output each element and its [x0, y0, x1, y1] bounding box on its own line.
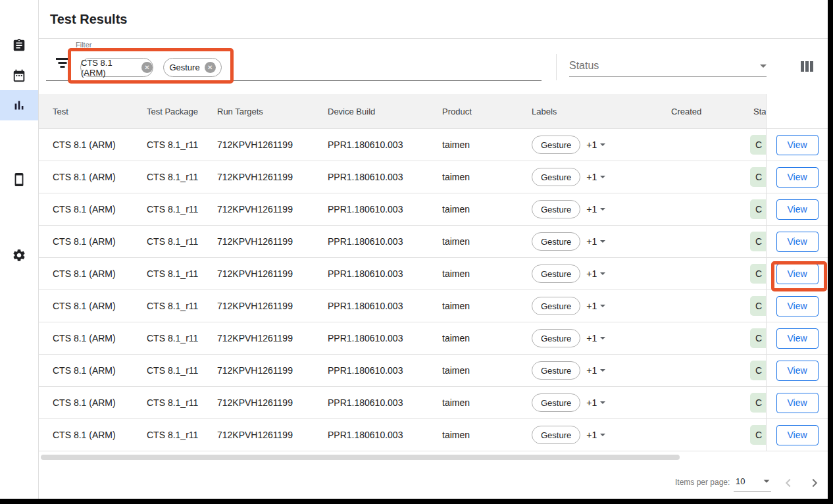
- filter-chip-gesture[interactable]: Gesture ✕: [163, 58, 222, 77]
- table-row: CTS 8.1 (ARM) CTS 8.1_r11 712KPVH1261199…: [39, 387, 828, 419]
- cell-test-package: CTS 8.1_r11: [147, 290, 217, 322]
- filter-input-underline[interactable]: [46, 80, 542, 81]
- more-labels-count: +1: [586, 333, 597, 343]
- cell-run-targets: 712KPVH1261199: [217, 355, 328, 386]
- more-labels-count: +1: [586, 268, 597, 279]
- cell-actions: View: [767, 129, 828, 161]
- cell-created: [671, 322, 750, 354]
- cell-created: [671, 129, 750, 161]
- more-labels-dropdown[interactable]: +1: [586, 430, 605, 440]
- cell-device-build: PPR1.180610.003: [328, 419, 442, 451]
- label-chip: Gesture: [532, 136, 580, 154]
- close-icon[interactable]: ✕: [205, 62, 216, 73]
- status-filter-select[interactable]: Status: [569, 55, 767, 77]
- horizontal-scrollbar-thumb[interactable]: [41, 455, 680, 460]
- status-badge: C: [750, 264, 767, 284]
- more-labels-dropdown[interactable]: +1: [586, 365, 605, 376]
- sidebar-item-test-plans[interactable]: [0, 61, 38, 91]
- cell-actions: View: [767, 290, 828, 322]
- filter-chip-cts[interactable]: CTS 8.1 (ARM) ✕: [80, 58, 153, 77]
- more-labels-dropdown[interactable]: +1: [586, 172, 605, 182]
- next-page-button[interactable]: [807, 476, 822, 490]
- cell-test: CTS 8.1 (ARM): [39, 129, 147, 161]
- label-chip: Gesture: [532, 232, 580, 251]
- cell-test: CTS 8.1 (ARM): [39, 290, 147, 322]
- items-per-page-value: 10: [736, 476, 745, 486]
- cell-labels: Gesture +1: [532, 161, 671, 193]
- cell-test: CTS 8.1 (ARM): [39, 419, 147, 451]
- more-labels-dropdown[interactable]: +1: [586, 301, 605, 311]
- more-labels-dropdown[interactable]: +1: [586, 204, 605, 214]
- cell-actions: View: [767, 161, 828, 193]
- cell-status: C: [750, 387, 767, 418]
- cell-test: CTS 8.1 (ARM): [39, 258, 147, 290]
- more-labels-count: +1: [586, 365, 597, 376]
- chevron-down-icon: [760, 64, 767, 68]
- sidebar-item-settings[interactable]: [0, 240, 38, 270]
- view-button[interactable]: View: [776, 167, 819, 188]
- status-badge: C: [750, 425, 767, 445]
- label-chip: Gesture: [532, 426, 580, 444]
- more-labels-dropdown[interactable]: +1: [586, 268, 605, 279]
- more-labels-dropdown[interactable]: +1: [586, 397, 605, 408]
- cell-product: taimen: [442, 226, 532, 257]
- view-button[interactable]: View: [776, 232, 819, 252]
- cell-device-build: PPR1.180610.003: [328, 193, 442, 225]
- page-title: Test Results: [50, 0, 127, 38]
- previous-page-button[interactable]: [781, 476, 795, 490]
- cell-run-targets: 712KPVH1261199: [217, 419, 328, 451]
- status-badge: C: [750, 328, 767, 348]
- status-badge: C: [750, 167, 767, 187]
- cell-device-build: PPR1.180610.003: [328, 322, 442, 354]
- more-labels-dropdown[interactable]: +1: [586, 139, 605, 150]
- cell-status: C: [750, 161, 767, 193]
- cell-status: C: [750, 258, 767, 290]
- more-labels-dropdown[interactable]: +1: [586, 333, 605, 343]
- cell-product: taimen: [442, 258, 532, 290]
- column-header-device-build: Device Build: [328, 94, 442, 128]
- view-button[interactable]: View: [776, 328, 819, 349]
- cell-device-build: PPR1.180610.003: [328, 258, 442, 290]
- table-row: CTS 8.1 (ARM) CTS 8.1_r11 712KPVH1261199…: [39, 258, 828, 290]
- cell-test: CTS 8.1 (ARM): [39, 355, 147, 386]
- sidebar-item-tests[interactable]: [0, 30, 38, 61]
- cell-labels: Gesture +1: [532, 290, 671, 322]
- filter-chip-label: Gesture: [169, 63, 199, 72]
- more-labels-dropdown[interactable]: +1: [586, 236, 605, 247]
- window-edge-right: [828, 0, 833, 504]
- view-button[interactable]: View: [776, 296, 819, 316]
- table-row: CTS 8.1 (ARM) CTS 8.1_r11 712KPVH1261199…: [39, 193, 828, 226]
- close-icon[interactable]: ✕: [141, 62, 153, 73]
- sidebar-item-devices[interactable]: [0, 164, 38, 195]
- cell-test-package: CTS 8.1_r11: [147, 226, 217, 257]
- cell-created: [671, 258, 750, 290]
- view-columns-icon[interactable]: [801, 61, 813, 72]
- view-button[interactable]: View: [776, 135, 819, 155]
- chevron-down-icon: [764, 480, 770, 483]
- chevron-left-icon: [781, 476, 795, 490]
- more-labels-count: +1: [586, 430, 597, 440]
- more-labels-count: +1: [586, 204, 597, 214]
- calendar-icon: [12, 68, 26, 83]
- view-button[interactable]: View: [776, 425, 819, 445]
- toolbar-divider: [556, 54, 557, 80]
- cell-actions: View: [767, 193, 828, 225]
- view-button[interactable]: View: [776, 264, 819, 284]
- main-content: Test Results Filter CTS 8.1 (ARM) ✕ Gest…: [39, 0, 828, 499]
- cell-status: C: [750, 129, 767, 161]
- chevron-down-icon: [600, 337, 605, 340]
- view-button[interactable]: View: [776, 393, 819, 413]
- cell-test-package: CTS 8.1_r11: [147, 161, 217, 193]
- column-header-actions: [767, 94, 828, 128]
- view-button[interactable]: View: [776, 361, 819, 381]
- view-button[interactable]: View: [776, 199, 819, 220]
- gear-icon: [12, 248, 26, 263]
- cell-test-package: CTS 8.1_r11: [147, 355, 217, 386]
- sidebar-item-test-results[interactable]: [0, 90, 38, 120]
- items-per-page-select[interactable]: 10: [734, 471, 771, 491]
- cell-device-build: PPR1.180610.003: [328, 290, 442, 322]
- status-badge: C: [750, 296, 767, 316]
- cell-run-targets: 712KPVH1261199: [217, 322, 328, 354]
- cell-created: [671, 387, 750, 418]
- cell-run-targets: 712KPVH1261199: [217, 387, 328, 418]
